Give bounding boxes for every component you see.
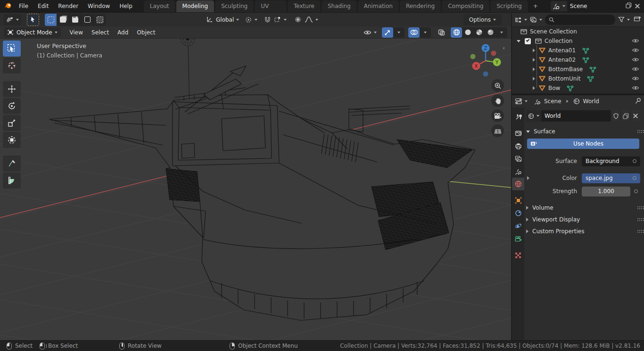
menu-render[interactable]: Render (53, 0, 83, 12)
eye-icon[interactable] (632, 48, 639, 54)
use-nodes-button[interactable]: Use Nodes (527, 139, 639, 149)
world-name-field[interactable]: World (541, 110, 611, 122)
copy-world-button[interactable] (620, 110, 630, 122)
custom-properties-panel-header[interactable]: Custom Properties (526, 226, 640, 237)
scene-copy-icon[interactable] (626, 2, 632, 10)
select-mode-new-button[interactable] (45, 14, 57, 26)
menu-window[interactable]: Window (83, 0, 115, 12)
pin-icon[interactable] (635, 98, 641, 106)
eye-icon[interactable] (632, 57, 639, 64)
eye-icon[interactable] (632, 66, 639, 73)
object-expand-icon[interactable] (533, 77, 535, 81)
options-dropdown[interactable]: Options (463, 14, 502, 25)
shading-solid-button[interactable] (462, 27, 473, 38)
panel-drag-grip[interactable] (637, 230, 638, 231)
scene-unlink-icon[interactable] (635, 4, 640, 8)
outliner-filter-button[interactable] (618, 16, 630, 23)
scene-name-field[interactable]: Scene (567, 1, 643, 11)
outliner-row-bow[interactable]: Bow (512, 83, 644, 93)
object-expand-icon[interactable] (533, 86, 535, 90)
overlays-dropdown[interactable] (420, 27, 431, 38)
tool-cursor[interactable] (3, 57, 21, 73)
properties-editor-type-button[interactable] (515, 98, 528, 105)
gizmos-dropdown[interactable] (393, 27, 405, 38)
tab-texture-paint[interactable]: Texture Paint (288, 0, 321, 12)
ptab-world[interactable] (512, 178, 524, 190)
gizmo-x-neg-axis[interactable] (491, 51, 496, 56)
breadcrumb-scene[interactable]: Scene (534, 98, 561, 105)
eye-icon[interactable] (632, 76, 639, 82)
pivot-point-dropdown[interactable] (245, 16, 257, 23)
xray-toggle[interactable] (436, 27, 447, 38)
navigation-gizmo[interactable]: Z X Y (469, 44, 503, 78)
gizmos-toggle[interactable] (382, 27, 393, 38)
ptab-view-layer[interactable] (512, 152, 524, 165)
add-workspace-button[interactable]: + (529, 0, 542, 12)
breadcrumb-world[interactable]: World (573, 98, 599, 105)
tab-shading[interactable]: Shading (322, 0, 357, 12)
proportional-falloff-dropdown[interactable] (305, 16, 318, 23)
select-mode-intersect-button[interactable] (94, 14, 106, 26)
tab-animation[interactable]: Animation (358, 0, 399, 12)
new-collection-button[interactable] (634, 16, 641, 24)
select-mode-extend-button[interactable] (57, 14, 69, 26)
tab-sculpting[interactable]: Sculpting (215, 0, 254, 12)
snap-target-dropdown[interactable] (274, 16, 287, 23)
shading-wireframe-button[interactable] (451, 27, 462, 38)
ptab-texture[interactable] (512, 249, 524, 261)
outliner-row-antena02[interactable]: Antena02 (512, 55, 644, 65)
outliner-row-bottombase[interactable]: BottomBase (512, 65, 644, 74)
tool-scale[interactable] (3, 115, 21, 131)
object-expand-icon[interactable] (533, 49, 535, 52)
tab-rendering[interactable]: Rendering (400, 0, 441, 12)
fake-user-shield-button[interactable] (611, 110, 620, 122)
pan-button[interactable] (491, 94, 504, 107)
mode-dropdown[interactable]: Object Mode (4, 27, 61, 38)
shading-rendered-button[interactable] (485, 27, 496, 38)
select-mode-invert-button[interactable] (82, 14, 94, 26)
zoom-button[interactable] (491, 79, 504, 92)
snap-toggle[interactable] (264, 16, 271, 23)
transform-orientation-dropdown[interactable]: Global (206, 16, 239, 23)
ptab-object-data-camera[interactable] (512, 232, 524, 245)
collection-expand-icon[interactable] (517, 40, 520, 42)
volume-panel-header[interactable]: Volume (526, 203, 640, 213)
menu-file[interactable]: File (14, 0, 33, 12)
ptab-physics[interactable] (512, 220, 524, 232)
ptab-constraints[interactable] (512, 207, 524, 220)
strength-value-slider[interactable]: 1.000 (582, 187, 630, 196)
select-mode-subtract-button[interactable] (69, 14, 82, 26)
tab-layout[interactable]: Layout (144, 0, 176, 12)
tool-select-box[interactable] (3, 41, 21, 57)
tab-compositing[interactable]: Compositing (442, 0, 490, 12)
viewport-menu-select[interactable]: Select (87, 29, 113, 36)
shading-dropdown[interactable] (496, 27, 507, 38)
scene-icon[interactable] (551, 3, 567, 9)
panel-drag-grip[interactable] (637, 206, 638, 207)
tool-rotate[interactable] (3, 98, 21, 114)
outliner-display-mode-button[interactable] (530, 16, 542, 23)
outliner-row-bottomunit[interactable]: BottomUnit (512, 74, 644, 83)
menu-edit[interactable]: Edit (33, 0, 53, 12)
tool-annotate[interactable] (3, 155, 21, 171)
strength-socket-button[interactable] (631, 187, 640, 196)
eye-icon[interactable] (632, 85, 639, 92)
color-expand-icon[interactable] (527, 176, 529, 180)
color-value-field[interactable]: space.jpg (582, 173, 640, 183)
surface-shader-dropdown[interactable]: Background (582, 156, 640, 166)
ptab-output[interactable] (512, 139, 524, 152)
tool-move[interactable] (3, 81, 21, 97)
gizmo-y-neg-axis[interactable] (471, 54, 476, 59)
outliner-row-antena01[interactable]: Antena01 (512, 46, 644, 55)
tool-measure[interactable] (3, 172, 21, 188)
eye-icon[interactable] (632, 38, 639, 45)
camera-view-button[interactable] (491, 109, 504, 122)
viewport-menu-add[interactable]: Add (113, 29, 132, 36)
tab-scripting[interactable]: Scripting (490, 0, 528, 12)
outliner-editor-type-button[interactable] (515, 16, 527, 23)
outliner-search-input[interactable] (545, 15, 615, 25)
active-tool-tweak-button[interactable] (27, 14, 39, 26)
overlays-toggle[interactable] (408, 27, 420, 38)
shading-material-button[interactable] (473, 27, 485, 38)
collection-checkbox[interactable] (525, 38, 531, 44)
